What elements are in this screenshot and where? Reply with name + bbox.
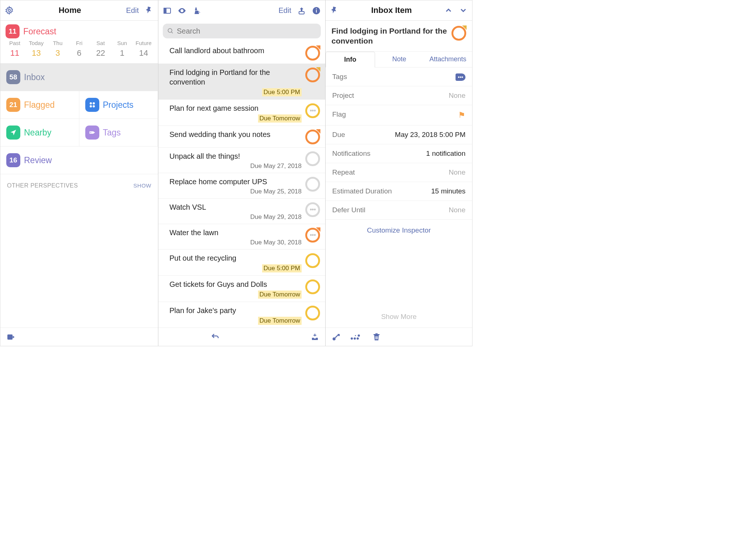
inspector-prop[interactable]: Flag⚑: [326, 105, 472, 126]
forecast-day[interactable]: Today13: [27, 40, 45, 58]
task-row[interactable]: Plan for Jake's partyDue Tomorrow: [158, 302, 325, 327]
task-row[interactable]: Call landlord about bathroom: [158, 42, 325, 64]
projects-label: Projects: [103, 100, 134, 110]
task-title: Get tickets for Guys and Dolls: [169, 279, 302, 289]
sidebar-toggle-icon[interactable]: [163, 6, 172, 15]
svg-point-19: [316, 8, 317, 9]
tab-note[interactable]: Note: [375, 52, 424, 67]
svg-point-15: [198, 13, 199, 13]
task-row[interactable]: Send wedding thank you notes: [158, 126, 325, 148]
sidebar: Home Edit 11 Forecast Past11Today13Thu3F…: [0, 0, 158, 346]
inspector-prop[interactable]: RepeatNone: [326, 163, 472, 182]
prev-icon[interactable]: [444, 6, 453, 15]
nearby-label: Nearby: [24, 128, 51, 138]
task-status-circle[interactable]: [305, 46, 320, 61]
inspector-prop[interactable]: Notifications1 notification: [326, 144, 472, 163]
show-more-button[interactable]: Show More: [326, 306, 472, 327]
inbox-label: Inbox: [24, 72, 45, 82]
next-icon[interactable]: [459, 6, 468, 15]
inspector-prop[interactable]: ProjectNone: [326, 86, 472, 105]
add-perspective-icon[interactable]: [6, 333, 15, 341]
share-icon[interactable]: [297, 6, 306, 15]
tags-icon: [85, 126, 99, 140]
task-status-circle[interactable]: •••: [305, 202, 320, 217]
task-row[interactable]: Replace home computer UPSDue May 25, 201…: [158, 173, 325, 199]
task-status-circle[interactable]: [305, 151, 320, 166]
review-badge: 16: [6, 153, 20, 167]
eye-icon[interactable]: [178, 6, 186, 15]
pin-icon[interactable]: [330, 6, 339, 15]
customize-inspector-button[interactable]: Customize Inspector: [326, 220, 472, 241]
flagged-label: Flagged: [24, 100, 55, 110]
forecast-day[interactable]: Sat22: [92, 40, 110, 58]
new-inbox-icon[interactable]: [310, 333, 319, 341]
forecast-section[interactable]: 11 Forecast Past11Today13Thu3Fri6Sat22Su…: [0, 21, 158, 63]
task-row[interactable]: Find lodging in Portland for the convent…: [158, 64, 325, 100]
task-title: Water the lawn: [169, 228, 302, 237]
nearby-cell[interactable]: Nearby: [0, 119, 79, 147]
prop-key: Flag: [332, 110, 346, 120]
task-title: Watch VSL: [169, 202, 302, 212]
tab-attachments[interactable]: Attachments: [423, 52, 472, 67]
search-input[interactable]: [177, 27, 316, 35]
projects-cell[interactable]: Projects: [79, 91, 158, 119]
info-icon[interactable]: [312, 6, 321, 15]
task-title: Call landlord about bathroom: [169, 46, 302, 55]
sidebar-edit-button[interactable]: Edit: [126, 6, 139, 15]
task-status-circle[interactable]: [451, 26, 466, 41]
prop-value: ⚑: [458, 110, 465, 120]
trash-icon[interactable]: [372, 333, 381, 341]
flag-icon: ⚑: [458, 110, 465, 120]
task-row[interactable]: Water the lawnDue May 30, 2018•••: [158, 224, 325, 250]
task-status-circle[interactable]: [305, 68, 320, 82]
forecast-day[interactable]: Fri6: [70, 40, 88, 58]
move-icon[interactable]: [350, 333, 362, 341]
tags-pill-icon: •••: [456, 73, 465, 81]
task-status-circle[interactable]: [305, 306, 320, 320]
inspector-prop[interactable]: DueMay 23, 2018 5:00 PM: [326, 126, 472, 144]
task-pane: Edit Call landlord about bathroomFind lo…: [158, 0, 326, 346]
review-cell[interactable]: 16 Review: [0, 147, 158, 174]
gear-icon[interactable]: [5, 6, 14, 15]
task-status-circle[interactable]: [305, 279, 320, 294]
convert-icon[interactable]: [331, 333, 340, 341]
forecast-day[interactable]: Future14: [134, 40, 153, 58]
task-status-circle[interactable]: •••: [305, 228, 320, 243]
inspector-title[interactable]: Find lodging in Portland for the convent…: [331, 26, 447, 46]
task-row[interactable]: Put out the recyclingDue 5:00 PM: [158, 250, 325, 276]
tab-info[interactable]: Info: [326, 52, 375, 68]
svg-point-13: [199, 11, 199, 12]
search-bar[interactable]: [163, 24, 321, 38]
prop-key: Due: [332, 131, 345, 139]
task-status-circle[interactable]: •••: [305, 103, 320, 118]
task-status-circle[interactable]: [305, 253, 320, 268]
task-title: Replace home computer UPS: [169, 177, 302, 186]
inspector-prop[interactable]: Estimated Duration15 minutes: [326, 182, 472, 201]
inspector-prop[interactable]: Tags•••: [326, 68, 472, 86]
task-edit-button[interactable]: Edit: [279, 6, 291, 15]
svg-line-21: [171, 32, 173, 33]
prop-key: Defer Until: [332, 206, 365, 214]
pin-icon[interactable]: [145, 6, 154, 15]
svg-rect-33: [377, 336, 377, 339]
task-row[interactable]: Plan for next game sessionDue Tomorrow••…: [158, 100, 325, 126]
undo-icon[interactable]: [211, 333, 220, 341]
forecast-day[interactable]: Sun1: [113, 40, 131, 58]
forecast-day[interactable]: Thu3: [48, 40, 67, 58]
task-status-circle[interactable]: [305, 177, 320, 192]
svg-rect-31: [375, 333, 378, 334]
task-due: Due May 30, 2018: [169, 239, 302, 246]
tags-cell[interactable]: Tags: [79, 119, 158, 147]
task-row[interactable]: Get tickets for Guys and DollsDue Tomorr…: [158, 276, 325, 302]
forecast-day[interactable]: Past11: [6, 40, 24, 58]
inspector-prop[interactable]: Defer UntilNone: [326, 201, 472, 220]
task-row[interactable]: Watch VSLDue May 29, 2018•••: [158, 199, 325, 224]
task-row[interactable]: Unpack all the things!Due May 27, 2018: [158, 148, 325, 173]
flagged-cell[interactable]: 21 Flagged: [0, 91, 79, 119]
review-label: Review: [24, 155, 52, 165]
task-due: Due Tomorrow: [258, 317, 302, 325]
task-status-circle[interactable]: [305, 130, 320, 144]
cleanup-icon[interactable]: [192, 6, 201, 15]
inbox-cell[interactable]: 58 Inbox: [0, 63, 158, 91]
show-button[interactable]: SHOW: [133, 182, 151, 189]
